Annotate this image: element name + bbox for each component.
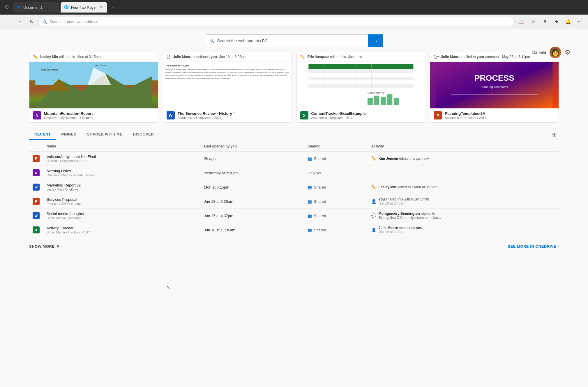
user-avatar[interactable]: 👩 [550,47,561,58]
file-spacer-2 [183,166,201,180]
table-row[interactable]: P VolcanoAssignment-KimFinal Shared › As… [29,152,559,166]
forward-icon: → [17,19,22,24]
tab-recent[interactable]: RECENT [29,130,56,140]
refresh-button[interactable]: ↻ [27,17,36,26]
table-row[interactable]: N Meeting Notes OneDrive › MyDocuments ›… [29,166,559,180]
doc-card-ppt[interactable]: 💬 Julie Moore replied to your comment Ma… [430,52,559,123]
back-button[interactable]: ← [3,17,13,26]
onenote-app-icon: N [33,111,41,119]
file-path-6: Social Media › Trackers › 2017 [47,231,180,234]
card-path-2: Academics › Homework › 2017 [178,116,235,119]
address-text: Search or enter web address [50,20,98,24]
user-area: Daniela 👩 ⚙ [532,47,571,58]
settings-button[interactable]: ⚙ [565,49,571,56]
people-icon-6: 👥 [308,228,312,232]
file-icon-cell-1: P [29,152,43,166]
see-more-arrow: › [557,244,559,249]
grid-view-button[interactable]: ⊞ [550,130,559,139]
search-submit-button[interactable]: → [368,34,383,47]
bottom-bar: SHOW MORE ∨ SEE MORE IN ONEDRIVE › [0,240,588,253]
activity-comment-icon-5: 💬 [371,213,376,218]
file-icon-cell-4: P [29,194,43,209]
svg-text:PROCESS: PROCESS [474,73,514,82]
file-date-4: Jun 18 at 9:35am [200,194,304,209]
card-footer-1: N MountainFormation-Report OneDrive › My… [29,108,158,122]
doc-card-sewanee[interactable]: @ Julie Moore mentioned you Jun 18 at 6:… [163,52,292,123]
word-tab-icon: W [16,5,21,10]
file-sharing-1: 👥 Shared [304,152,368,166]
card-footer-3: X ContentTracker-ExcelExample Academics … [297,108,425,122]
col-sharing: Sharing [304,141,368,152]
mention-icon: @ [167,54,171,59]
ellipsis-icon: ··· [578,19,582,24]
sharing-cell-2: Only you [308,171,364,175]
file-activity-6: 👤 Julie Moore mentioned you Jun 18 at 6:… [368,223,559,237]
card-info-2: The Sewanee Review - History ˅ Academics… [178,111,235,119]
file-onenote-icon: N [33,169,40,176]
new-tab-button[interactable]: + [108,3,118,12]
tab-pinned-label: PINNED [61,132,76,136]
doc-card-mountain[interactable]: ✏️ Lesley Min edited this Mon at 3:15pm … [29,52,158,123]
more-options-button[interactable]: ··· [575,17,585,26]
see-more-onedrive-link[interactable]: SEE MORE IN ONEDRIVE › [508,244,559,249]
avatar-image: 👩 [551,48,560,57]
edit-icon-3: ✏️ [300,54,305,59]
favorite-button[interactable]: ☆ [529,17,538,26]
table-row[interactable]: W Marketing Report v2 Lesley Min's OneDr… [29,180,559,194]
card-header-2: @ Julie Moore mentioned you Jun 18 at 6:… [163,52,292,62]
favorites-collection-button[interactable]: ★ [552,17,561,26]
forward-button[interactable]: → [15,17,24,26]
card-info-1: MountainFormation-Report OneDrive › MyDo… [44,111,93,119]
show-more-button[interactable]: SHOW MORE ∨ [29,244,59,249]
file-name-1: VolcanoAssignment-KimFinal [47,154,180,159]
card-time-3: Just now [348,55,362,59]
tab-discover[interactable]: DISCOVER [128,130,159,140]
table-body: P VolcanoAssignment-KimFinal Shared › As… [29,152,559,237]
svg-rect-22 [393,98,399,105]
activity-cell-3: ✏️ Lesley Min edited this Mon at 3:15pm [371,185,555,189]
reader-mode-button[interactable]: 📖 [517,17,526,26]
show-more-arrow: ∨ [56,244,60,249]
table-row[interactable]: W Social media thoughts Social Media › R… [29,209,559,223]
svg-rect-20 [380,97,386,105]
card-time-1: Mon at 3:15pm [77,55,100,59]
svg-text:Planning Templates: Planning Templates [481,85,508,89]
card-thumbnail-2: The Sewanee Review Lorem ipsum dolor sit… [163,62,292,108]
tab-newtab[interactable]: 🌐 New Tab Page × [61,2,107,13]
file-path-4: Projects › 2017 › Groups [47,202,180,205]
tab-newtab-title: New Tab Page [71,5,96,10]
menu-button[interactable]: ≡ [540,17,550,26]
comment-icon-4: 💬 [434,54,439,59]
star-icon: ★ [555,19,559,24]
tab-pinned[interactable]: PINNED [56,130,82,140]
table-row[interactable]: P Services Proposal Projects › 2017 › Gr… [29,194,559,209]
sharing-label-1: Shared [314,156,326,161]
file-date-2: Yesterday at 2:30pm [200,166,304,180]
card-footer-2: W The Sewanee Review - History ˅ Academi… [163,108,292,122]
notification-button[interactable]: 🔔 [564,17,573,26]
search-box-placeholder: Search the web and this PC [217,38,268,43]
address-bar[interactable]: 🔍 Search or enter web address [38,17,515,26]
tab-word[interactable]: W Document1 [13,2,59,13]
user-name: Daniela [532,50,546,55]
tab-shared-with-me[interactable]: SHARED WITH ME [82,130,128,140]
tab-history-button[interactable]: ⏱ [2,3,12,12]
tab-close-button[interactable]: × [98,5,104,10]
people-icon-3: 👥 [308,185,312,189]
file-word-icon: W [33,184,40,191]
tabs-nav: RECENT PINNED SHARED WITH ME DISCOVER ⊞ [29,130,559,140]
people-icon-5: 👥 [308,214,312,218]
table-header: Name Last opened by you Sharing Activity [29,141,559,152]
tab-discover-label: DISCOVER [133,132,154,136]
search-box[interactable]: 🔍 Search the web and this PC [205,34,368,47]
table-row[interactable]: X Activity_Tracker Social Media › Tracke… [29,223,559,237]
svg-rect-26 [451,94,538,95]
sharing-cell-6: 👥 Shared [308,228,364,232]
file-path-3: Lesley Min's OneDrive [47,188,180,191]
card-path-1: OneDrive › MyDocume... › Reports [44,116,93,119]
excel-app-icon: X [300,111,308,119]
file-spacer-5 [183,209,201,223]
svg-rect-21 [387,94,392,105]
activity-main-4: You shared this with Ryan Smith [379,197,429,201]
doc-card-excel[interactable]: ✏️ Eric Vasquez edited this Just now [296,52,425,123]
